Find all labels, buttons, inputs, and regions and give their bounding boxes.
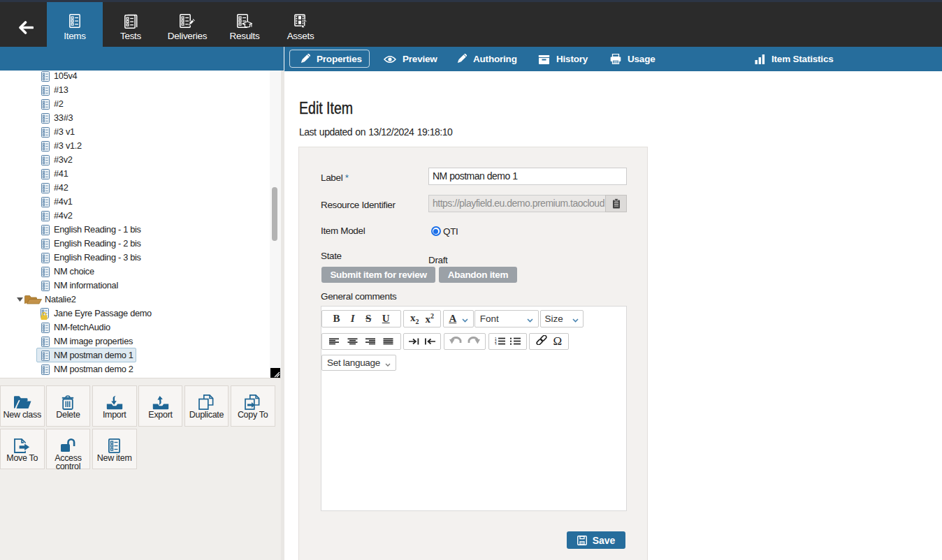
svg-text:3: 3 (495, 343, 497, 345)
